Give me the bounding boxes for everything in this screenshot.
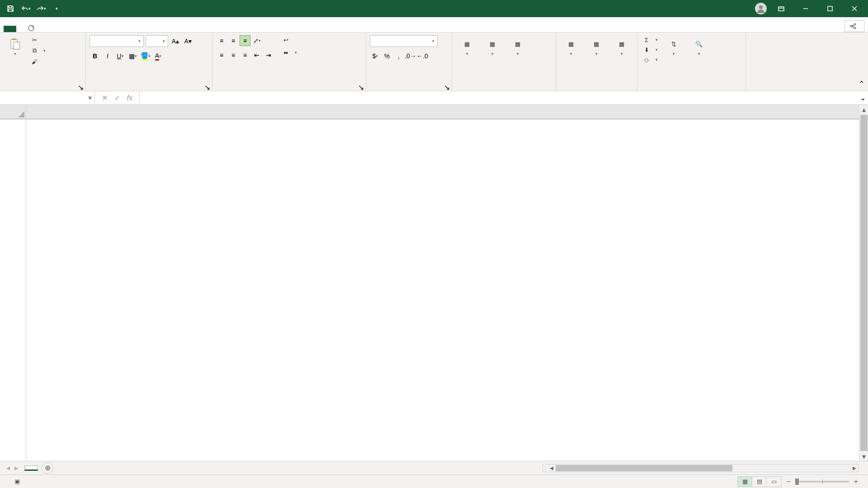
tell-me-search[interactable] [27, 24, 39, 32]
scroll-up-icon[interactable]: ▴ [859, 105, 868, 114]
undo-icon[interactable]: ▾ [20, 3, 32, 14]
alignment-launcher-icon[interactable]: ↘ [358, 83, 364, 89]
bold-icon[interactable]: B [90, 51, 100, 61]
scroll-down-icon[interactable]: ▾ [859, 452, 868, 461]
zoom-in-icon[interactable]: + [854, 478, 858, 486]
font-color-icon[interactable]: A▾ [153, 51, 164, 61]
group-alignment-label [216, 89, 362, 90]
shrink-font-icon[interactable]: A▾ [183, 36, 193, 47]
zoom-slider[interactable] [795, 481, 849, 483]
paste-button[interactable]: ▾ [4, 35, 26, 58]
close-icon[interactable] [844, 0, 864, 17]
number-launcher-icon[interactable]: ↘ [444, 83, 450, 89]
align-right-icon[interactable]: ≡ [240, 50, 250, 61]
svg-rect-13 [14, 42, 19, 49]
percent-icon[interactable]: % [382, 51, 392, 61]
align-top-icon[interactable]: ≡ [216, 35, 227, 46]
formula-input[interactable] [140, 91, 857, 104]
accounting-icon[interactable]: $▾ [370, 51, 381, 61]
ribbon-tabs [0, 17, 868, 33]
macro-record-icon[interactable]: ▣ [14, 478, 20, 485]
name-box-dropdown-icon[interactable]: ▾ [85, 94, 94, 102]
collapse-ribbon-icon[interactable]: ⌃ [859, 80, 864, 88]
borders-icon[interactable]: ▦▾ [127, 51, 138, 61]
italic-icon[interactable]: I [102, 51, 113, 61]
zoom-out-icon[interactable]: − [786, 478, 790, 486]
save-icon[interactable] [5, 3, 16, 14]
format-cells-button[interactable]: ▦▾ [610, 35, 633, 58]
autosum-button[interactable]: Σ▾ [641, 35, 660, 44]
underline-icon[interactable]: U▾ [115, 51, 126, 61]
fill-button[interactable]: ⬇▾ [641, 45, 660, 54]
maximize-icon[interactable] [820, 0, 840, 17]
name-box[interactable]: ▾ [0, 91, 95, 104]
increase-decimal-icon[interactable]: .0→ [405, 51, 416, 61]
normal-view-icon[interactable]: ▦ [738, 477, 752, 487]
enter-formula-icon[interactable]: ✓ [112, 93, 122, 103]
merge-center-button[interactable]: ⬌▾ [280, 48, 299, 57]
clipboard-launcher-icon[interactable]: ↘ [78, 83, 84, 89]
conditional-formatting-button[interactable]: ▦▾ [456, 35, 478, 58]
name-box-input[interactable] [0, 91, 85, 104]
cancel-formula-icon[interactable]: ✕ [99, 93, 109, 103]
vertical-scrollbar[interactable]: ▴ ▾ [859, 105, 868, 461]
column-headers [26, 105, 868, 119]
fill-color-icon[interactable]: 🪣▾ [140, 51, 151, 61]
ribbon-display-icon[interactable] [771, 0, 791, 17]
user-avatar[interactable] [755, 3, 767, 14]
wrap-text-button[interactable]: ↩ [280, 35, 299, 44]
minimize-icon[interactable] [796, 0, 816, 17]
format-painter-button[interactable]: 🖌 [29, 57, 47, 66]
align-center-icon[interactable]: ≡ [228, 50, 239, 61]
align-bottom-icon[interactable]: ≡ [240, 35, 250, 46]
svg-rect-12 [12, 38, 16, 40]
cell-styles-button[interactable]: ▦▾ [506, 35, 529, 58]
svg-rect-4 [828, 6, 832, 11]
sheet-tabs-bar: ◂ ▸ ⊕ ⋮ ◂ ▸ [0, 461, 868, 474]
page-layout-view-icon[interactable]: ▤ [752, 477, 767, 487]
sheet-nav-prev-icon[interactable]: ◂ [5, 464, 12, 472]
group-alignment: ≡ ≡ ≡ ⤢▾ ≡ ≡ ≡ ⇤ ⇥ ↩ ⬌▾ ↘ [212, 33, 366, 91]
scroll-left-icon[interactable]: ◂ [547, 464, 556, 472]
sheet-tab-active[interactable] [24, 465, 38, 471]
scroll-right-icon[interactable]: ▸ [850, 464, 859, 472]
group-font: ▾ ▾ A▴ A▾ B I U▾ ▦▾ 🪣▾ A▾ ↘ [86, 33, 212, 91]
find-select-button[interactable]: 🔍▾ [688, 35, 710, 58]
share-button[interactable] [844, 20, 864, 32]
insert-cells-button[interactable]: ▦▾ [560, 35, 582, 58]
tab-file[interactable] [4, 26, 16, 32]
clear-button[interactable]: ◇▾ [641, 55, 660, 64]
title-bar: ▾ ▾ ▾ [0, 0, 868, 17]
status-bar: ▣ ▦ ▤ ▭ − + [0, 474, 868, 488]
copy-button[interactable]: ⧉▾ [29, 46, 47, 55]
sheet-nav-next-icon[interactable]: ▸ [13, 464, 20, 472]
indent-increase-icon[interactable]: ⇥ [263, 50, 274, 61]
group-editing: Σ▾ ⬇▾ ◇▾ ⇅▾ 🔍▾ [637, 33, 746, 91]
format-as-table-button[interactable]: ▦▾ [481, 35, 504, 58]
svg-point-8 [854, 23, 856, 25]
cut-button[interactable]: ✂ [29, 35, 47, 44]
select-all-corner[interactable] [0, 105, 26, 119]
redo-icon[interactable]: ▾ [35, 3, 47, 14]
fx-icon[interactable]: fx [125, 93, 135, 103]
font-size-select[interactable]: ▾ [146, 35, 168, 47]
font-name-select[interactable]: ▾ [90, 35, 144, 47]
sort-filter-button[interactable]: ⇅▾ [662, 35, 685, 58]
orientation-icon[interactable]: ⤢▾ [251, 35, 262, 46]
font-launcher-icon[interactable]: ↘ [204, 83, 211, 89]
svg-point-10 [854, 27, 856, 29]
page-break-view-icon[interactable]: ▭ [767, 477, 781, 487]
number-format-select[interactable]: ▾ [370, 35, 438, 47]
horizontal-scrollbar[interactable]: ⋮ ◂ ▸ [542, 464, 859, 472]
qat-custom-icon[interactable]: ▾ [51, 3, 62, 14]
new-sheet-button[interactable]: ⊕ [42, 462, 53, 474]
delete-cells-button[interactable]: ▦▾ [585, 35, 608, 58]
align-left-icon[interactable]: ≡ [216, 50, 227, 61]
group-cells-label [560, 89, 633, 90]
align-middle-icon[interactable]: ≡ [228, 35, 239, 46]
decrease-decimal-icon[interactable]: ←.0 [417, 51, 428, 61]
indent-decrease-icon[interactable]: ⇤ [251, 50, 262, 61]
grow-font-icon[interactable]: A▴ [170, 36, 181, 47]
comma-icon[interactable]: , [393, 51, 404, 61]
expand-formula-bar-icon[interactable]: ⌄ [857, 91, 868, 104]
